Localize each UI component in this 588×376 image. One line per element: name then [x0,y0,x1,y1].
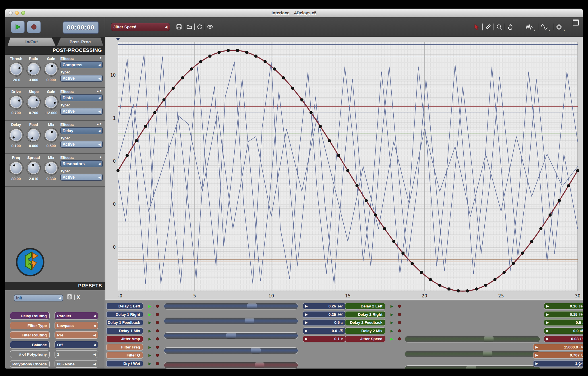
slider-label-dry-wet[interactable]: Dry / Wet [106,360,143,367]
automation-point[interactable] [236,49,239,52]
config-dropdown[interactable]: Off◀ [55,341,98,348]
group-scroll-arrows[interactable]: ▲ [99,155,102,158]
row-play-icon[interactable]: ▶ [148,336,152,342]
pencil-tool[interactable] [483,24,494,30]
save-button[interactable] [174,24,184,30]
slider-handle[interactable] [251,348,261,354]
automation-point[interactable] [181,76,184,79]
row-play-icon[interactable]: ▶ [148,319,152,326]
automation-point[interactable] [457,289,460,293]
automation-point[interactable] [300,98,303,102]
slider-label-delay-1-left[interactable]: Delay 1 Left [106,303,143,309]
automation-point[interactable] [355,184,359,187]
knob-control[interactable] [44,62,59,77]
tab-in-out[interactable]: In/Out [7,38,56,46]
slider-label-delay-1-mix[interactable]: Delay 1 Mix [106,328,143,334]
row-play-icon[interactable]: ▶ [390,319,394,326]
config-dropdown[interactable]: 00 - None◀ [55,360,98,368]
slider-track[interactable] [405,351,540,357]
slider-label-jitter-amp[interactable]: Jitter Amp [106,336,143,342]
type-dropdown[interactable]: Active◀ [60,75,103,82]
row-play-icon[interactable]: ▶ [148,352,152,359]
slider-track[interactable] [164,318,298,324]
tab-post-proc[interactable]: Post–Proc [57,38,103,46]
config-dropdown[interactable]: 1◀ [55,350,98,358]
slider-track[interactable] [164,303,298,309]
slider-track[interactable] [164,332,298,339]
automation-point[interactable] [144,125,147,128]
automation-point[interactable] [190,67,193,71]
row-play-icon[interactable]: ▶ [390,328,394,334]
knob-control[interactable] [26,62,41,77]
row-record-icon[interactable] [156,354,159,357]
slider-label-filter-q[interactable]: Filter Q [106,352,143,359]
value-box-delay-1-right[interactable]: ▶ 0.25sec [303,311,345,318]
row-record-icon[interactable] [398,337,401,340]
automation-point[interactable] [199,60,202,63]
value-box-delay-2-mix[interactable]: ▶ 0.0dB [544,328,583,334]
knob-control[interactable] [9,62,24,77]
row-play-icon[interactable]: ▶ [148,303,152,309]
automation-point[interactable] [310,111,313,114]
pointer-tool[interactable] [471,24,482,30]
knob-control[interactable] [9,161,24,176]
delete-preset-button[interactable]: X [77,295,80,300]
automation-point[interactable] [521,252,524,255]
config-button-balance[interactable]: Balance [10,341,50,348]
row-record-icon[interactable] [398,321,401,324]
play-button[interactable] [11,21,25,33]
type-dropdown[interactable]: Active◀ [60,141,103,148]
automation-point[interactable] [153,111,156,114]
automation-point[interactable] [264,60,267,63]
knob-control[interactable] [44,161,59,176]
value-box-filter-freq[interactable]: ▶ 15000.0Hz [533,344,583,350]
effects-dropdown[interactable]: Compress◀ [60,61,103,68]
slider-handle[interactable] [466,366,476,369]
group-scroll-arrows[interactable]: ▼ [99,57,102,59]
knob-control[interactable] [26,161,41,176]
row-play-icon[interactable]: ▶ [390,303,394,309]
automation-point[interactable] [282,76,285,79]
knob-control[interactable] [44,128,59,143]
automation-chart[interactable]: -051015202530101000 [105,37,583,300]
row-record-icon[interactable] [398,313,401,316]
automation-point[interactable] [558,199,561,202]
automation-point[interactable] [493,278,496,281]
slider-label-delay-1-right[interactable]: Delay 1 Right [106,311,143,318]
slider-label-jitter-speed[interactable]: Jitter Speed [345,336,385,342]
gear-menu[interactable]: ▼ [553,24,568,30]
automation-point[interactable] [576,169,579,172]
automation-point[interactable] [438,284,441,287]
row-play-icon[interactable]: ▶ [148,360,152,367]
row-record-icon[interactable] [156,313,159,316]
automation-point[interactable] [365,199,368,202]
automation-point[interactable] [392,240,395,243]
automation-point[interactable] [475,287,478,291]
undo-button[interactable] [195,24,205,30]
automation-point[interactable] [466,289,469,293]
value-box-delay-1-feedback[interactable]: ▶ 0.5x [303,319,345,326]
save-preset-button[interactable] [67,294,72,301]
row-play-icon[interactable]: ▶ [148,344,152,350]
automation-point[interactable] [135,139,138,142]
automation-point[interactable] [411,262,414,265]
row-record-icon[interactable] [156,346,159,349]
type-dropdown[interactable]: Active◀ [60,174,103,181]
value-box-delay-1-mix[interactable]: ▶ 0.0dB [303,328,345,334]
automation-point[interactable] [227,49,230,52]
preset-selector[interactable]: init ◀ [14,295,63,301]
value-box-dry-wet[interactable]: ▶ 1.0x [533,360,583,367]
slider-track[interactable] [405,336,540,342]
automation-point[interactable] [245,51,248,54]
config-button-filter-routing[interactable]: Filter Routing [10,331,50,339]
automation-point[interactable] [328,139,331,142]
automation-point[interactable] [126,154,129,157]
automation-point[interactable] [401,252,405,255]
automation-point[interactable] [291,87,294,90]
value-box-delay-2-right[interactable]: ▶ 0.15sec [544,311,583,318]
row-record-icon[interactable] [156,329,159,332]
automation-point[interactable] [447,287,450,291]
folder-button[interactable] [184,24,194,30]
config-button--of-polyphony[interactable]: # of Polyphony [10,350,50,358]
config-dropdown[interactable]: Parallel◀ [55,312,98,319]
